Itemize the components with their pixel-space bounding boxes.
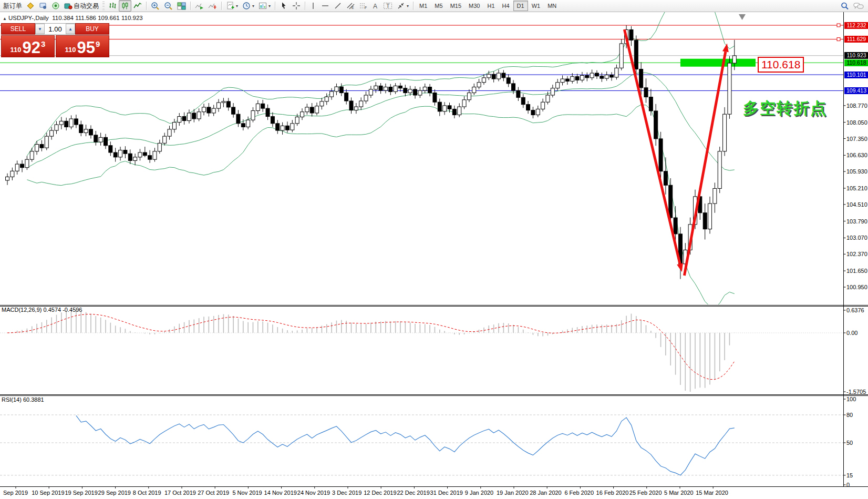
timeframe-h4-button[interactable]: H4 bbox=[499, 1, 513, 11]
text-label-icon: T bbox=[383, 2, 392, 10]
new-order-label: 新订单 bbox=[3, 2, 22, 11]
svg-text:E: E bbox=[352, 6, 354, 9]
sell-price-pip: 3 bbox=[41, 39, 45, 48]
date-tick-label: 3 Dec 2019 bbox=[332, 490, 361, 496]
rsi-tick-label: 15 bbox=[846, 472, 853, 478]
price-level-label[interactable]: 111.629 bbox=[844, 36, 868, 43]
main-price-panel[interactable] bbox=[0, 0, 843, 308]
crosshair-tool-button[interactable] bbox=[290, 0, 303, 12]
auto-scroll-icon bbox=[195, 2, 204, 11]
trend-arrow[interactable] bbox=[624, 29, 680, 264]
line-chart-mode-button[interactable] bbox=[131, 0, 144, 12]
macd-max-label: 0.6376 bbox=[846, 307, 864, 313]
auto-scroll-button[interactable] bbox=[193, 0, 206, 12]
candlestick-series bbox=[6, 25, 737, 279]
sell-price-prefix: 110 bbox=[11, 46, 22, 54]
volume-decrease-button[interactable]: ▼ bbox=[35, 24, 45, 34]
dropdown-arrow-icon: ▾ bbox=[407, 4, 409, 8]
date-tick-label: 5 Mar 2020 bbox=[664, 490, 694, 496]
supply-zone-rectangle[interactable] bbox=[680, 59, 756, 67]
sell-price-display[interactable]: 110923 bbox=[1, 35, 55, 57]
price-tick-label: 105.930 bbox=[846, 168, 867, 175]
crosshair-icon bbox=[292, 2, 301, 10]
cursor-tool-button[interactable] bbox=[277, 0, 290, 12]
chart-title: ▲USDJPY-,Daily 110.384 111.586 109.661 1… bbox=[3, 15, 143, 21]
tile-windows-button[interactable] bbox=[175, 0, 188, 12]
volume-stepper: ▼ 1.00 ▲ bbox=[35, 23, 75, 35]
chart-shift-marker-icon[interactable] bbox=[739, 14, 746, 20]
mt4-window: { "toolbar": { "new_order_label": "新订单",… bbox=[0, 0, 868, 499]
timeframe-w1-button[interactable]: W1 bbox=[528, 1, 544, 11]
candlestick-mode-button[interactable] bbox=[119, 0, 131, 12]
autotrading-button[interactable]: 自动交易 bbox=[62, 0, 101, 12]
community-chat-button[interactable] bbox=[851, 0, 866, 12]
periods-button[interactable]: ▾ bbox=[240, 0, 256, 12]
volume-input[interactable]: 1.00 bbox=[45, 24, 66, 34]
toolbar-separator bbox=[275, 2, 275, 10]
metaquotes-button[interactable] bbox=[24, 0, 37, 12]
date-tick-label: 14 Nov 2019 bbox=[264, 490, 297, 496]
toolbar-separator bbox=[146, 2, 147, 10]
sell-button[interactable]: SELL bbox=[1, 23, 35, 35]
turning-point-annotation[interactable]: 多空转折点 bbox=[743, 98, 827, 119]
zoom-out-button[interactable] bbox=[162, 0, 175, 12]
rsi-tick-label: 80 bbox=[846, 412, 853, 418]
price-level-label[interactable]: 110.101 bbox=[844, 72, 868, 78]
price-tick-label: 105.210 bbox=[846, 185, 867, 191]
timeframe-h1-button[interactable]: H1 bbox=[483, 1, 498, 11]
timeframe-m30-button[interactable]: M30 bbox=[465, 1, 483, 11]
templates-button[interactable]: ▾ bbox=[256, 0, 273, 12]
channel-tool-button[interactable]: E bbox=[344, 0, 357, 12]
indicators-button[interactable]: ▾ bbox=[224, 0, 240, 12]
price-level-label[interactable]: 110.923 bbox=[844, 52, 868, 59]
macd-min-label: -1.5705 bbox=[846, 389, 866, 395]
collapse-icon[interactable]: ▲ bbox=[3, 16, 7, 21]
timeframe-m1-button[interactable]: M1 bbox=[416, 1, 431, 11]
bollinger-lower-band bbox=[27, 105, 734, 308]
rsi-panel[interactable] bbox=[0, 415, 843, 475]
price-level-label[interactable]: 112.232 bbox=[844, 22, 868, 29]
buy-price-main: 95 bbox=[77, 40, 95, 56]
rsi-line bbox=[76, 415, 735, 475]
price-tick-label: 104.510 bbox=[846, 201, 867, 208]
text-tool-button[interactable]: A bbox=[369, 0, 381, 12]
bar-chart-mode-button[interactable] bbox=[106, 0, 119, 12]
buy-price-display[interactable]: 110959 bbox=[56, 35, 109, 57]
price-level-label[interactable]: 109.413 bbox=[844, 87, 868, 94]
text-label-tool-button[interactable]: T bbox=[381, 0, 395, 12]
zoom-in-icon bbox=[151, 2, 160, 11]
volume-increase-button[interactable]: ▲ bbox=[66, 24, 75, 34]
timeframe-mn-button[interactable]: MN bbox=[544, 1, 560, 11]
gold-diamond-icon bbox=[26, 2, 35, 10]
line-handle[interactable] bbox=[837, 38, 840, 41]
timeframe-m5-button[interactable]: M5 bbox=[431, 1, 446, 11]
buy-price-prefix: 110 bbox=[65, 46, 76, 54]
zoom-in-button[interactable] bbox=[149, 0, 162, 12]
trendline-icon bbox=[334, 2, 342, 10]
trend-arrow-head[interactable] bbox=[677, 263, 683, 272]
signals-button[interactable] bbox=[49, 0, 62, 12]
toolbar-separator bbox=[305, 2, 305, 10]
price-tick-label: 108.770 bbox=[846, 103, 867, 109]
new-order-button[interactable]: 新订单 bbox=[1, 0, 24, 12]
buy-button[interactable]: BUY bbox=[75, 23, 109, 35]
chart-shift-button[interactable] bbox=[206, 0, 219, 12]
date-tick-label: 16 Feb 2020 bbox=[596, 490, 629, 496]
timeframe-m15-button[interactable]: M15 bbox=[447, 1, 465, 11]
level-callout-box[interactable]: 110.618 bbox=[758, 57, 804, 73]
fibonacci-tool-button[interactable]: F bbox=[357, 0, 369, 12]
main-chart-svg[interactable]: 108.770108.050107.350106.630105.930105.2… bbox=[0, 0, 868, 499]
trendline-tool-button[interactable] bbox=[332, 0, 344, 12]
date-tick-label: 8 Oct 2019 bbox=[133, 490, 161, 496]
line-handle[interactable] bbox=[837, 24, 840, 27]
price-level-label[interactable]: 110.618 bbox=[844, 59, 868, 66]
macd-panel[interactable] bbox=[0, 310, 843, 392]
strategy-tester-button[interactable] bbox=[37, 0, 49, 12]
horizontal-line-tool-button[interactable] bbox=[319, 0, 332, 12]
arrows-tool-button[interactable]: ▾ bbox=[395, 0, 411, 12]
timeframe-d1-button[interactable]: D1 bbox=[513, 1, 528, 11]
price-tick-label: 106.630 bbox=[846, 152, 867, 158]
vertical-line-tool-button[interactable] bbox=[307, 0, 319, 12]
search-button[interactable] bbox=[838, 0, 851, 12]
price-tick-label: 103.790 bbox=[846, 218, 867, 225]
